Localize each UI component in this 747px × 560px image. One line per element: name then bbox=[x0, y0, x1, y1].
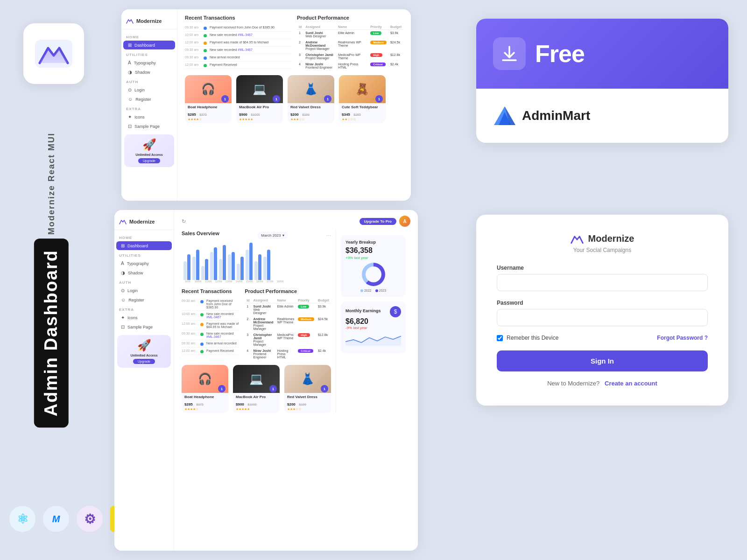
sidebar-item-sample-top[interactable]: ⊡ Sample Page bbox=[123, 122, 175, 131]
tx-text-6-top: Payment Received bbox=[210, 63, 237, 66]
sidebar-item-dashboard-top[interactable]: ⊞ Dashboard bbox=[123, 41, 175, 49]
typography-icon-top: A bbox=[128, 60, 131, 65]
product-price-row-headphone-bottom: $285 $375 bbox=[184, 399, 226, 407]
chart-label-5: 13/06 bbox=[225, 280, 233, 283]
product-performance-bottom: Product Performance Id Assigned Name Pri… bbox=[245, 288, 331, 360]
product-card-headphone-top: 🎧 1 Boat Headphone $285 $375 ★★★★☆ bbox=[185, 75, 232, 123]
login-logo-text: Modernize bbox=[588, 233, 634, 244]
product-stars-dress-top: ★★★☆☆ bbox=[290, 118, 331, 121]
sidebar-section-utilities-top: UTILITIES bbox=[121, 50, 177, 58]
row-assigned: Andrew McDownlandProject Manager bbox=[303, 39, 336, 52]
row-assigned: Nirav JoshiFrontend Engineer bbox=[303, 61, 336, 70]
row-assigned: Christopher JamilProject Manager bbox=[303, 52, 336, 61]
sidebar-section-auth-bottom: AUTH bbox=[114, 278, 174, 286]
product-performance-top: Product Performance Id Assigned Name Pri… bbox=[297, 15, 403, 70]
create-account-link[interactable]: Create an account bbox=[605, 380, 657, 387]
monthly-earnings-icon: $ bbox=[390, 306, 401, 317]
tx-item-5-top: 09:30 am New arrival recorded bbox=[185, 54, 291, 62]
row-assigned: Nirav JoshiFrontend Engineer bbox=[251, 348, 275, 360]
sidebar-item-login-top[interactable]: ⊙ Login bbox=[123, 85, 175, 94]
product-card-teddy-top: 🧸 1 Cute Soft Teddybear $345 $285 ★★☆☆☆ bbox=[339, 75, 386, 123]
download-icon bbox=[493, 37, 526, 70]
product-name-laptop-top: MacBook Air Pro bbox=[239, 105, 280, 109]
bar-light bbox=[219, 259, 222, 280]
product-name-laptop-bottom: MacBook Air Pro bbox=[236, 395, 277, 399]
table-row: 3 Christopher JamilProject Manager Medic… bbox=[245, 332, 331, 348]
remember-device-row: Remeber this Device bbox=[497, 335, 558, 341]
remember-checkbox[interactable] bbox=[497, 335, 503, 341]
tx-text-1-bottom: Payment received from John Doe of $385.9… bbox=[206, 299, 239, 309]
tx-item-4-top: 09:30 am New sale recorded #ML-3467 bbox=[185, 47, 291, 54]
sidebar-item-label-typography-bottom: Typography bbox=[127, 261, 149, 266]
redux-icon: ⚙ bbox=[77, 506, 103, 532]
row-name: MedicalPro WP Theme bbox=[275, 332, 296, 348]
username-input[interactable] bbox=[497, 274, 708, 291]
sidebar-item-label-login-top: Login bbox=[134, 88, 145, 92]
password-input[interactable] bbox=[497, 309, 708, 326]
tx-text-4-bottom: New sale recorded #ML-3467 bbox=[206, 332, 239, 338]
sidebar-item-typography-top[interactable]: A Typography bbox=[123, 58, 175, 67]
th-name-top: Name bbox=[336, 24, 368, 30]
upgrade-mini-btn-top[interactable]: Upgrade bbox=[138, 158, 160, 163]
sidebar-item-icons-bottom[interactable]: ✦ Icons bbox=[116, 313, 172, 322]
tx-item-1-bottom: 09:30 am Payment received from John Doe … bbox=[182, 298, 239, 311]
user-avatar-bottom: A bbox=[399, 216, 410, 227]
monthly-earnings-growth: -9% last year bbox=[345, 326, 401, 330]
upgrade-mini-btn-bottom[interactable]: Upgrade bbox=[133, 359, 155, 364]
product-info-laptop-top: MacBook Air Pro $900 $1000 ★★★★★ bbox=[236, 103, 283, 123]
product-performance-title-bottom: Product Performance bbox=[245, 288, 331, 294]
tx-time-4-bottom: 09:30 am bbox=[182, 332, 197, 335]
sidebar-item-dashboard-bottom[interactable]: ⊞ Dashboard bbox=[116, 241, 172, 250]
free-card-top-section: Free bbox=[476, 19, 728, 89]
table-row: 4 Nirav JoshiFrontend Engineer Hosting P… bbox=[297, 61, 403, 70]
product-info-dress-top: Red Valvet Dress $200 $199 ★★★☆☆ bbox=[288, 103, 334, 123]
mui-icon: M bbox=[43, 506, 69, 532]
row-id: 4 bbox=[297, 61, 303, 70]
sidebar-item-label-sample-top: Sample Page bbox=[134, 124, 160, 129]
tx-item-3-top: 12:00 am Payment was made of $64.95 to M… bbox=[185, 39, 291, 47]
sidebar-item-shadow-bottom[interactable]: ◑ Shadow bbox=[116, 268, 172, 277]
bar-group-3 bbox=[201, 259, 208, 280]
bar-light bbox=[254, 261, 258, 280]
dashboard-card-top: Modernize HOME ⊞ Dashboard UTILITIES A T… bbox=[121, 9, 411, 201]
sign-in-button[interactable]: Sign In bbox=[497, 350, 708, 371]
yearly-breakup-growth: +9% last year bbox=[345, 256, 401, 260]
product-stars-headphone-top: ★★★★☆ bbox=[188, 118, 229, 121]
bar-light bbox=[192, 257, 196, 280]
sidebar-section-auth-top: AUTH bbox=[121, 77, 177, 85]
sidebar-item-label-dashboard-top: Dashboard bbox=[134, 43, 155, 48]
sidebar-logo-top: Modernize bbox=[121, 15, 177, 29]
upgrade-mini-title-top: Unlimited Access bbox=[135, 153, 162, 156]
table-row: 2 Andrew McDownlandProject Manager RealH… bbox=[245, 316, 331, 332]
tx-dot-6-top bbox=[204, 64, 207, 67]
th-assigned-bottom: Assigned bbox=[251, 298, 275, 303]
tx-text-1-top: Payment received from John Doe of $385.9… bbox=[210, 26, 275, 29]
tx-item-2-top: 10:00 am New sale recorded #ML-3467 bbox=[185, 32, 291, 39]
row-id: 1 bbox=[245, 303, 251, 316]
sidebar-item-typography-bottom[interactable]: A Typography bbox=[116, 259, 172, 268]
row-budget: $2.4k bbox=[316, 348, 331, 360]
product-price-dress-top: $200 $199 bbox=[290, 109, 331, 118]
date-selector-bottom[interactable]: March 2023 ▾ bbox=[257, 232, 288, 239]
forgot-password-link[interactable]: Forgot Password ? bbox=[657, 335, 708, 341]
sidebar-item-shadow-top[interactable]: ◑ Shadow bbox=[123, 68, 175, 77]
sidebar-item-register-top[interactable]: ☺ Register bbox=[123, 95, 175, 104]
sidebar-item-label-icons-bottom: Icons bbox=[127, 315, 138, 320]
row-budget: $24.5k bbox=[316, 316, 331, 332]
upgrade-to-pro-btn-bottom[interactable]: Upgrade To Pro bbox=[359, 218, 396, 225]
left-branding: Modernize React MUI Admin Dashboard bbox=[0, 0, 103, 560]
tx-text-5-bottom: New arrival recorded bbox=[206, 342, 237, 345]
product-price-row-laptop-bottom: $900 $1000 bbox=[236, 399, 277, 407]
tx-time-1-top: 09:30 am bbox=[185, 26, 201, 29]
sidebar-item-register-bottom[interactable]: ☺ Register bbox=[116, 295, 172, 304]
sidebar-item-icons-top[interactable]: ✦ Icons bbox=[123, 112, 175, 121]
free-card: Free AdminMart bbox=[476, 19, 728, 143]
register-icon-bottom: ☺ bbox=[121, 297, 126, 302]
product-cards-bottom: 🎧 1 Boat Headphone $285 $375 ★★★★☆ 💻 bbox=[182, 365, 331, 413]
bar-group-10 bbox=[263, 250, 270, 280]
tx-item-4-bottom: 09:30 am New sale recorded #ML-3467 bbox=[182, 330, 239, 340]
sidebar-item-sample-bottom[interactable]: ⊡ Sample Page bbox=[116, 322, 172, 331]
row-budget: $12.8k bbox=[316, 332, 331, 348]
row-priority: Critical bbox=[368, 61, 388, 70]
sidebar-item-login-bottom[interactable]: ⊙ Login bbox=[116, 286, 172, 295]
